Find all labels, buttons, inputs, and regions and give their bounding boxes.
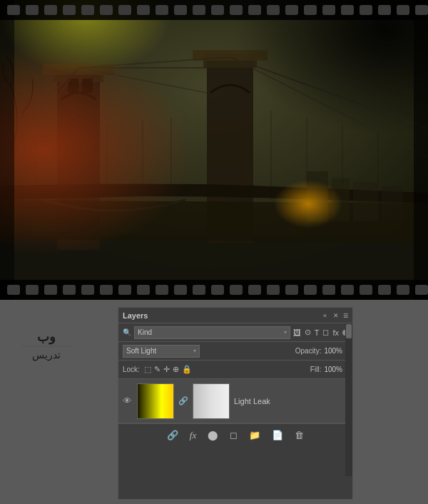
sprocket [100,285,113,295]
lock-pixels-icon[interactable]: ⬚ [144,365,151,374]
text-filter-icon[interactable]: T [315,328,320,337]
film-strip-top [0,0,428,20]
layer-gradient-thumbnail [137,383,174,419]
layer-mask-thumbnail [193,383,230,419]
blend-mode-row: Soft Light ▾ Opacity: 100% ▾ [118,342,352,361]
new-adjustment-layer-button[interactable]: ⬤ [205,428,221,442]
blend-chevron-icon: ▾ [193,348,196,354]
sprocket [230,5,243,15]
sprocket [248,5,261,15]
layer-visibility-toggle[interactable]: 👁 [121,395,133,406]
sprocket [26,5,39,15]
kind-label: Kind [138,328,152,336]
sprocket [341,5,354,15]
close-button[interactable]: ✕ [333,312,340,319]
sprocket [137,285,150,295]
image-filter-icon[interactable]: 🖼 [293,328,301,337]
sprocket [230,285,243,295]
sprocket [304,285,317,295]
film-strip-bottom [0,280,428,300]
lock-position-icon[interactable]: ✎ [154,365,160,374]
fill-group: Fill: 100% ▾ [310,366,348,373]
shape-filter-icon[interactable]: ◻ [322,328,329,337]
sprocket [193,5,205,15]
sprocket [118,5,131,15]
sprocket [118,285,131,295]
new-group-button[interactable]: 📁 [246,428,263,442]
sprocket [360,285,372,295]
fx-button[interactable]: fx [187,428,199,443]
sprocket [156,285,168,295]
layer-row[interactable]: 👁 🔗 Light Leak [118,379,352,423]
sprocket [378,285,391,295]
sprocket [415,285,428,295]
sprocket [285,5,298,15]
sprocket [267,285,280,295]
panel-titlebar: Layers « ✕ ≡ [118,308,352,323]
panel-scrollbar[interactable] [345,323,352,476]
opacity-group: Opacity: 100% ▾ [295,347,348,355]
svg-rect-35 [414,0,428,300]
sprocket [248,285,261,295]
fill-value[interactable]: 100% [324,366,342,373]
lock-label: Lock: [123,366,140,373]
lock-move-icon[interactable]: ✛ [163,365,170,374]
panel-scrollbar-thumb[interactable] [346,324,352,338]
sprocket [174,285,187,295]
sprocket [174,5,187,15]
sprocket [7,285,20,295]
lock-row: Lock: ⬚ ✎ ✛ ⊕ 🔒 Fill: 100% ▾ [118,361,352,379]
sprocket [26,285,39,295]
link-layers-button[interactable]: 🔗 [164,428,181,442]
panel-title: Layers [123,311,148,320]
blend-mode-dropdown[interactable]: Soft Light ▾ [123,345,200,358]
add-mask-button[interactable]: ◻ [227,428,240,442]
sprocket [81,5,94,15]
canvas-image [0,0,428,300]
opacity-value[interactable]: 100% [324,347,342,355]
sprocket [211,285,224,295]
sprocket [44,5,57,15]
filter-icons: 🖼 ⊙ T ◻ fx [293,328,348,337]
svg-text:تدریس: تدریس [32,350,61,361]
sprocket [211,5,224,15]
layer-name-label: Light Leak [234,397,350,405]
opacity-label: Opacity: [295,347,322,355]
sprocket [156,5,168,15]
svg-text:وب: وب [37,330,56,345]
sprocket [285,285,298,295]
sprocket [267,5,280,15]
search-icon: 🔍 [123,328,131,336]
filter-row: 🔍 Kind ▾ 🖼 ⊙ T ◻ fx [118,323,352,342]
sprocket [397,285,409,295]
new-layer-button[interactable]: 📄 [269,428,286,442]
fx-filter-icon[interactable]: fx [332,328,339,337]
sprocket [63,285,76,295]
layers-panel: Layers « ✕ ≡ 🔍 Kind ▾ 🖼 ⊙ T ◻ fx Soft Li… [118,307,353,500]
circle-filter-icon[interactable]: ⊙ [305,328,311,337]
sprocket [304,5,317,15]
layer-link-icon[interactable]: 🔗 [178,396,188,405]
panel-menu-button[interactable]: ≡ [343,311,348,321]
delete-layer-button[interactable]: 🗑 [292,428,307,442]
chevron-down-icon: ▾ [284,329,287,336]
svg-rect-33 [0,0,428,300]
lock-artboard-icon[interactable]: ⊕ [173,365,179,374]
sprocket [63,5,76,15]
panel-controls: « ✕ ≡ [323,311,348,321]
sprocket [193,285,205,295]
sprocket [322,285,335,295]
sprocket [360,5,372,15]
sprocket [81,285,94,295]
sprocket [415,5,428,15]
minimize-button[interactable]: « [323,312,330,319]
sprocket [7,5,20,15]
svg-rect-34 [0,0,14,300]
sprocket [341,285,354,295]
kind-dropdown[interactable]: Kind ▾ [134,326,290,339]
lock-all-icon[interactable]: 🔒 [182,365,192,374]
sprocket [137,5,150,15]
sprocket [322,5,335,15]
layer-panel-toolbar: 🔗 fx ⬤ ◻ 📁 📄 🗑 [118,423,352,446]
logo: وب تدریس [7,314,86,378]
